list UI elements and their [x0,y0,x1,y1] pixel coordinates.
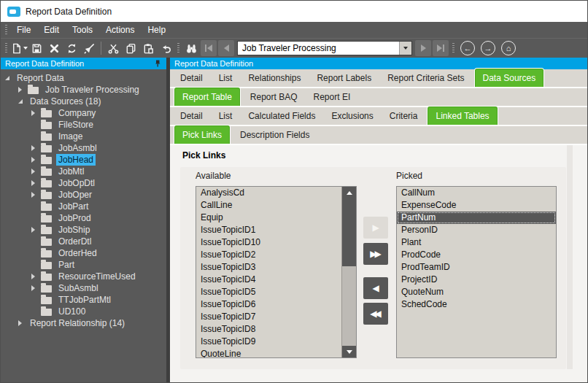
tab[interactable]: Calculated Fields [240,107,323,125]
tree-expander-icon[interactable] [31,110,41,116]
tree-item[interactable]: JobOpDtl [1,177,166,189]
scrollbar-thumb[interactable] [342,198,356,266]
tree-item[interactable]: Data Sources (18) [1,96,166,107]
tab[interactable]: Report Criteria Sets [379,69,472,87]
toolbar-grip[interactable] [452,43,454,54]
forward-button[interactable]: → [481,41,495,55]
tree-item[interactable]: SubAsmbl [1,282,166,294]
tab[interactable]: Description Fields [232,126,317,144]
tree-expander-icon[interactable] [31,145,41,151]
tree-expander-icon[interactable] [18,320,28,326]
tab[interactable]: Relationships [240,69,309,87]
tab[interactable]: Pick Links [174,125,230,144]
tab[interactable]: Linked Tables [428,107,497,125]
available-list-item[interactable]: IssueTopicID10 [196,236,341,249]
new-button[interactable] [10,40,28,57]
save-button[interactable] [28,40,45,57]
available-list-item[interactable]: IssueTopicID2 [196,249,341,261]
picked-list-item[interactable]: ProdTeamID [397,261,556,274]
tree-item[interactable]: JobOper [1,189,166,201]
record-selector-combo[interactable]: Job Traveler Processing [237,41,412,55]
pin-icon[interactable] [153,59,162,68]
tree-expander-icon[interactable] [31,180,41,186]
clear-button[interactable] [80,40,98,57]
picked-list-item[interactable]: QuoteNum [397,286,556,298]
tree-item[interactable]: Company [1,107,166,119]
available-list-item[interactable]: QuoteLine [196,348,341,358]
available-list-item[interactable]: IssueTopicID4 [196,274,341,286]
tab[interactable]: Data Sources [475,69,544,87]
tree-expander-icon[interactable] [18,99,28,104]
tab[interactable]: Detail [172,107,211,125]
available-list-item[interactable]: IssueTopicID8 [196,323,341,336]
move-right-button[interactable]: ▶ [363,217,388,239]
picked-list-item[interactable]: SchedCode [397,298,556,311]
tree-item[interactable]: Image [1,131,166,142]
available-list-item[interactable]: IssueTopicID7 [196,311,341,323]
available-list-item[interactable]: IssueTopicID9 [196,336,341,348]
toolbar-grip[interactable] [5,25,7,36]
tree-item[interactable]: UD100 [1,306,166,317]
first-record-button[interactable] [201,40,217,56]
picked-list-item[interactable]: Plant [397,236,556,249]
tab[interactable]: Criteria [382,107,426,125]
tree-item[interactable]: Job Traveler Processing [1,84,166,96]
tree-item[interactable]: Part [1,259,166,271]
available-list-item[interactable]: IssueTopicID1 [196,224,341,236]
tree-item[interactable]: JobShip [1,224,166,236]
tree-item[interactable]: OrderHed [1,247,166,259]
menu-item[interactable]: Edit [37,23,66,37]
toolbar-grip[interactable] [5,43,7,54]
menu-item[interactable]: Actions [99,23,141,37]
tree-expander-icon[interactable] [5,76,15,80]
move-all-right-button[interactable]: ▶▶ [363,243,388,265]
menu-item[interactable]: Tools [66,23,99,37]
tree-item[interactable]: JobPart [1,201,166,212]
tree-item[interactable]: JobProd [1,212,166,224]
tree-expander-icon[interactable] [31,227,41,233]
picked-list-item[interactable]: ProjectID [397,274,556,286]
tree-item[interactable]: OrderDtl [1,236,166,247]
toolbar-grip[interactable] [177,43,179,54]
tab[interactable]: List [211,107,241,125]
refresh-button[interactable] [63,40,80,57]
picked-list-item[interactable]: PersonID [397,224,556,236]
tree-expander-icon[interactable] [31,274,41,279]
tab[interactable]: Detail [172,69,211,87]
tree-item[interactable]: Report Data [1,72,166,84]
available-list-item[interactable]: Equip [196,212,341,224]
search-button[interactable] [182,40,200,57]
available-list-item[interactable]: CallLine [196,199,341,212]
record-selector-dropdown-button[interactable] [399,42,411,55]
tab[interactable]: Report Labels [309,69,379,87]
scroll-up-button[interactable] [342,187,356,198]
available-list-item[interactable]: IssueTopicID3 [196,261,341,274]
previous-record-button[interactable] [218,40,234,56]
paste-button[interactable] [139,40,157,57]
picked-list-item[interactable]: CallNum [397,187,556,199]
tree-item[interactable]: TTJobPartMtl [1,294,166,306]
undo-button[interactable] [157,40,174,57]
next-record-button[interactable] [415,40,431,56]
picked-list-item[interactable]: ProdCode [397,249,556,261]
tree-item[interactable]: ResourceTimeUsed [1,271,166,282]
available-list-item[interactable]: AnalysisCd [196,187,341,199]
delete-button[interactable] [45,40,63,57]
move-all-left-button[interactable]: ◀◀ [363,303,388,325]
tree-item[interactable]: Report Relationship (14) [1,317,166,329]
record-selector-value[interactable]: Job Traveler Processing [238,42,399,55]
menu-item[interactable]: File [10,23,37,37]
tab[interactable]: Report BAQ [242,88,306,106]
tree-item[interactable]: JobMtl [1,166,166,177]
home-button[interactable]: ⌂ [501,41,516,55]
available-list-item[interactable]: IssueTopicID6 [196,298,341,311]
tab[interactable]: Exclusions [323,107,381,125]
tree-expander-icon[interactable] [31,169,41,174]
tree-expander-icon[interactable] [31,192,41,198]
scroll-down-button[interactable] [342,346,356,357]
available-list-item[interactable]: IssueTopicID5 [196,286,341,298]
tab[interactable]: List [211,69,241,87]
available-scrollbar[interactable] [341,187,356,357]
tab[interactable]: Report EI [306,88,359,106]
tree-item[interactable]: FileStore [1,119,166,131]
